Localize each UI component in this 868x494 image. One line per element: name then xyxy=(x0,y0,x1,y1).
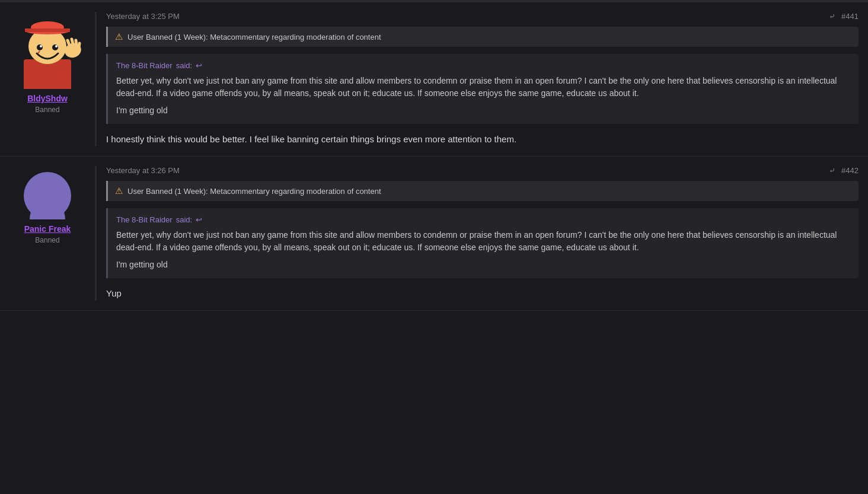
svg-line-15 xyxy=(76,40,76,45)
post-timestamp-442: Yesterday at 3:26 PM xyxy=(106,166,180,175)
post-actions-441: ⤶ #441 xyxy=(829,12,859,21)
username-441[interactable]: BldyShdw xyxy=(27,94,68,103)
quote-text-442: Better yet, why don't we just not ban an… xyxy=(116,229,850,271)
svg-point-17 xyxy=(37,178,58,199)
post-entry-441: BldyShdw Banned Yesterday at 3:25 PM ⤶ #… xyxy=(0,2,868,157)
post-header-442: Yesterday at 3:26 PM ⤶ #442 xyxy=(106,166,859,175)
quote-said-label-441: said: xyxy=(176,61,192,70)
post-header-441: Yesterday at 3:25 PM ⤶ #441 xyxy=(106,12,859,21)
post-body-442: Yup xyxy=(106,286,859,301)
svg-line-13 xyxy=(68,40,69,45)
svg-point-7 xyxy=(37,44,43,50)
user-avatar-442 xyxy=(24,172,71,219)
svg-line-14 xyxy=(72,39,73,44)
ban-notice-text-442: User Banned (1 Week): Metacommentary reg… xyxy=(127,187,381,196)
post-actions-442: ⤶ #442 xyxy=(829,166,859,175)
post-content-442: Yesterday at 3:26 PM ⤶ #442 ⚠ User Banne… xyxy=(95,166,868,301)
post-number-442: #442 xyxy=(841,166,859,175)
username-442[interactable]: Panic Freak xyxy=(24,224,71,234)
quote-attribution-441: The 8-Bit Raider said: ↩ xyxy=(116,61,850,70)
svg-line-16 xyxy=(79,43,79,47)
quote-block-441: The 8-Bit Raider said: ↩ Better yet, why… xyxy=(106,54,859,124)
user-status-441: Banned xyxy=(35,106,59,114)
quote-said-label-442: said: xyxy=(176,215,192,224)
quote-block-442: The 8-Bit Raider said: ↩ Better yet, why… xyxy=(106,208,859,278)
svg-point-8 xyxy=(52,44,58,50)
ban-notice-442: ⚠ User Banned (1 Week): Metacommentary r… xyxy=(106,181,859,201)
share-icon-442[interactable]: ⤶ xyxy=(829,166,835,175)
avatar-image-luffy xyxy=(12,18,83,89)
quote-author-442[interactable]: The 8-Bit Raider xyxy=(116,215,173,224)
quote-paragraph-1-442: Better yet, why don't we just not ban an… xyxy=(116,229,850,254)
share-icon-441[interactable]: ⤶ xyxy=(829,12,835,21)
user-sidebar-442: Panic Freak Banned xyxy=(0,166,95,301)
quote-paragraph-2-442: I'm getting old xyxy=(116,259,850,271)
quote-paragraph-2-441: I'm getting old xyxy=(116,104,850,117)
warning-icon-441: ⚠ xyxy=(115,31,123,42)
post-body-441: I honestly think this would be better. I… xyxy=(106,132,859,146)
quote-paragraph-1-441: Better yet, why don't we just not ban an… xyxy=(116,75,850,100)
post-content-441: Yesterday at 3:25 PM ⤶ #441 ⚠ User Banne… xyxy=(95,12,868,146)
reply-icon-442[interactable]: ↩ xyxy=(196,215,202,224)
post-timestamp-441: Yesterday at 3:25 PM xyxy=(106,12,180,21)
forum-container: BldyShdw Banned Yesterday at 3:25 PM ⤶ #… xyxy=(0,2,868,311)
timestamp-text-441: Yesterday at 3:25 PM xyxy=(106,12,180,21)
quote-author-441[interactable]: The 8-Bit Raider xyxy=(116,61,173,70)
ban-notice-text-441: User Banned (1 Week): Metacommentary reg… xyxy=(127,33,381,42)
quote-text-441: Better yet, why don't we just not ban an… xyxy=(116,75,850,117)
ban-notice-441: ⚠ User Banned (1 Week): Metacommentary r… xyxy=(106,27,859,47)
svg-point-10 xyxy=(55,45,58,47)
avatar-svg-442 xyxy=(24,172,71,219)
post-number-441: #441 xyxy=(841,12,859,21)
user-sidebar-441: BldyShdw Banned xyxy=(0,12,95,146)
warning-icon-442: ⚠ xyxy=(115,186,123,196)
svg-point-9 xyxy=(40,45,42,47)
user-status-442: Banned xyxy=(35,236,59,244)
reply-icon-441[interactable]: ↩ xyxy=(196,61,202,70)
post-entry-442: Panic Freak Banned Yesterday at 3:26 PM … xyxy=(0,157,868,311)
timestamp-text-442: Yesterday at 3:26 PM xyxy=(106,166,180,175)
svg-rect-6 xyxy=(25,28,70,32)
user-avatar-441 xyxy=(12,18,83,89)
quote-attribution-442: The 8-Bit Raider said: ↩ xyxy=(116,215,850,224)
